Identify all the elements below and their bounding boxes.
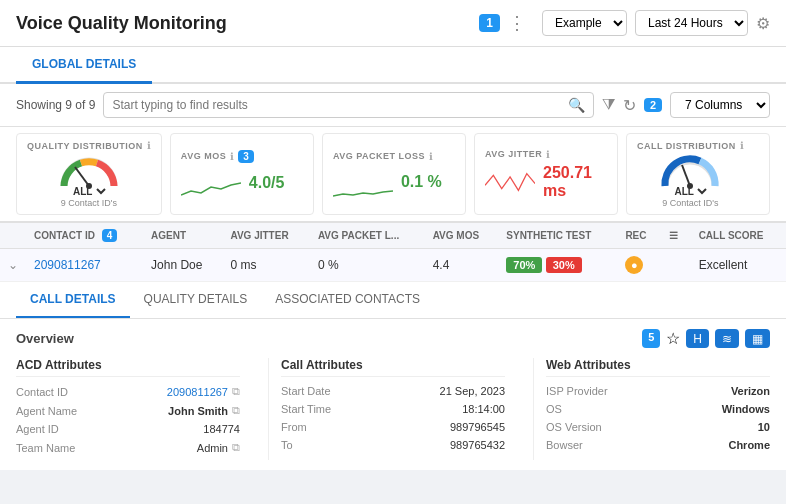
web-attributes: Web Attributes ISP Provider Verizon OS W… (546, 358, 770, 460)
jitter-info-icon[interactable]: ℹ (546, 149, 550, 160)
copy-agent-name-icon[interactable]: ⧉ (232, 404, 240, 417)
acd-title: ACD Attributes (16, 358, 240, 377)
settings-icon[interactable]: ⚙ (756, 14, 770, 33)
web-browser-val: Chrome (728, 439, 770, 451)
stat-label-packet: AVG PACKET LOSS (333, 151, 425, 161)
call-to-row: To 989765432 (281, 439, 505, 451)
contact-id-link[interactable]: 2090811267 (34, 258, 101, 272)
stat-label-jitter: AVG JITTER (485, 149, 542, 159)
panel-icons: 5 ☆ H ≋ ▦ (642, 329, 770, 348)
filter-icon[interactable]: ⧩ (602, 96, 615, 114)
col-avg-packet: AVG PACKET L... (310, 223, 425, 249)
cell-agent: John Doe (143, 249, 222, 282)
call-dist-all-select[interactable]: ALL (670, 185, 710, 198)
tab-quality-details[interactable]: QUALITY DETAILS (130, 282, 262, 318)
cell-avg-jitter: 0 ms (222, 249, 309, 282)
call-from-key: From (281, 421, 307, 433)
header: Voice Quality Monitoring 1 ⋮ Example Las… (0, 0, 786, 47)
quality-all-select[interactable]: ALL (69, 185, 109, 198)
web-os-version-key: OS Version (546, 421, 602, 433)
call-to-val: 989765432 (450, 439, 505, 451)
quality-gauge: ALL 9 Contact ID's (27, 151, 151, 208)
cell-rec: ● (617, 249, 661, 282)
col-menu-icon[interactable]: ☰ (669, 230, 678, 241)
quality-info-icon[interactable]: ℹ (147, 140, 151, 151)
col-badge-4: 4 (102, 229, 118, 242)
cell-contact-id: 2090811267 (26, 249, 143, 282)
more-options-icon[interactable]: ⋮ (508, 12, 526, 34)
acd-agent-id-key: Agent ID (16, 423, 59, 435)
call-from-val: 989796545 (450, 421, 505, 433)
tab-call-details[interactable]: CALL DETAILS (16, 282, 130, 318)
search-icon: 🔍 (568, 97, 585, 113)
expand-icon[interactable]: ⌄ (8, 258, 18, 272)
stat-call-distribution: CALL DISTRIBUTION ℹ ALL 9 Contact ID's (626, 133, 770, 215)
global-tab-bar: GLOBAL DETAILS (0, 47, 786, 84)
call-dist-info-icon[interactable]: ℹ (740, 140, 744, 151)
web-os-val: Windows (722, 403, 770, 415)
toolbar: Showing 9 of 9 🔍 ⧩ ↻ 2 7 Columns (0, 84, 786, 127)
acd-contact-id-row: Contact ID 2090811267 ⧉ (16, 385, 240, 398)
col-contact-id: CONTACT ID 4 (26, 223, 143, 249)
stat-avg-mos: AVG MOS ℹ 3 4.0/5 (170, 133, 314, 215)
packet-info-icon[interactable]: ℹ (429, 151, 433, 162)
tab-global-details[interactable]: GLOBAL DETAILS (16, 47, 152, 84)
header-badge-1: 1 (479, 14, 500, 32)
acd-agent-name-val: John Smith (168, 405, 228, 417)
web-os-row: OS Windows (546, 403, 770, 415)
cell-call-score: Excellent (691, 249, 786, 282)
expand-col (0, 223, 26, 249)
call-start-date-row: Start Date 21 Sep, 2023 (281, 385, 505, 397)
search-input[interactable] (112, 98, 567, 112)
cell-synthetic: 70% 30% (498, 249, 617, 282)
stat-quality-distribution: QUALITY DISTRIBUTION ℹ ALL 9 Conta (16, 133, 162, 215)
web-isp-val: Verizon (731, 385, 770, 397)
col-avg-mos: AVG MOS (425, 223, 499, 249)
web-title: Web Attributes (546, 358, 770, 377)
web-isp-key: ISP Provider (546, 385, 608, 397)
tab-associated-contacts[interactable]: ASSOCIATED CONTACTS (261, 282, 434, 318)
detail-panel: Overview 5 ☆ H ≋ ▦ ACD Attributes Contac… (0, 319, 786, 470)
cell-menu (661, 249, 690, 282)
col-avg-jitter: AVG JITTER (222, 223, 309, 249)
call-start-date-val: 21 Sep, 2023 (440, 385, 505, 397)
acd-team-name-val: Admin (197, 442, 228, 454)
showing-count: Showing 9 of 9 (16, 98, 95, 112)
stats-row: QUALITY DISTRIBUTION ℹ ALL 9 Conta (0, 127, 786, 222)
cell-avg-mos: 4.4 (425, 249, 499, 282)
call-start-time-key: Start Time (281, 403, 331, 415)
search-box[interactable]: 🔍 (103, 92, 593, 118)
call-from-row: From 989796545 (281, 421, 505, 433)
mos-info-icon[interactable]: ℹ (230, 151, 234, 162)
copy-team-name-icon[interactable]: ⧉ (232, 441, 240, 454)
stat-label-quality: QUALITY DISTRIBUTION (27, 141, 143, 151)
synthetic-red-badge: 30% (546, 257, 582, 273)
col-agent: AGENT (143, 223, 222, 249)
time-range-dropdown[interactable]: Last 24 Hours (635, 10, 748, 36)
acd-agent-id-row: Agent ID 184774 (16, 423, 240, 435)
acd-agent-name-key: Agent Name (16, 405, 77, 417)
stat-badge-3: 3 (238, 150, 254, 163)
stat-avg-packet-loss: AVG PACKET LOSS ℹ 0.1 % (322, 133, 466, 215)
web-isp-row: ISP Provider Verizon (546, 385, 770, 397)
grid-button[interactable]: ≋ (715, 329, 739, 348)
col-rec: REC (617, 223, 661, 249)
col-menu: ☰ (661, 223, 690, 249)
h-button[interactable]: H (686, 329, 709, 348)
attributes-row: ACD Attributes Contact ID 2090811267 ⧉ A… (16, 358, 770, 460)
refresh-icon[interactable]: ↻ (623, 96, 636, 115)
example-dropdown[interactable]: Example (542, 10, 627, 36)
stat-label-call-dist: CALL DISTRIBUTION (637, 141, 736, 151)
chart-button[interactable]: ▦ (745, 329, 770, 348)
call-attributes: Call Attributes Start Date 21 Sep, 2023 … (281, 358, 521, 460)
divider-2 (533, 358, 534, 460)
svg-line-2 (682, 165, 690, 186)
columns-dropdown[interactable]: 7 Columns (670, 92, 770, 118)
synthetic-green-badge: 70% (506, 257, 542, 273)
expand-cell[interactable]: ⌄ (0, 249, 26, 282)
overview-header: Overview 5 ☆ H ≋ ▦ (16, 329, 770, 348)
copy-contact-id-icon[interactable]: ⧉ (232, 385, 240, 398)
acd-contact-id-val[interactable]: 2090811267 (167, 386, 228, 398)
stat-label-mos: AVG MOS (181, 151, 226, 161)
star-button[interactable]: ☆ (666, 329, 680, 348)
